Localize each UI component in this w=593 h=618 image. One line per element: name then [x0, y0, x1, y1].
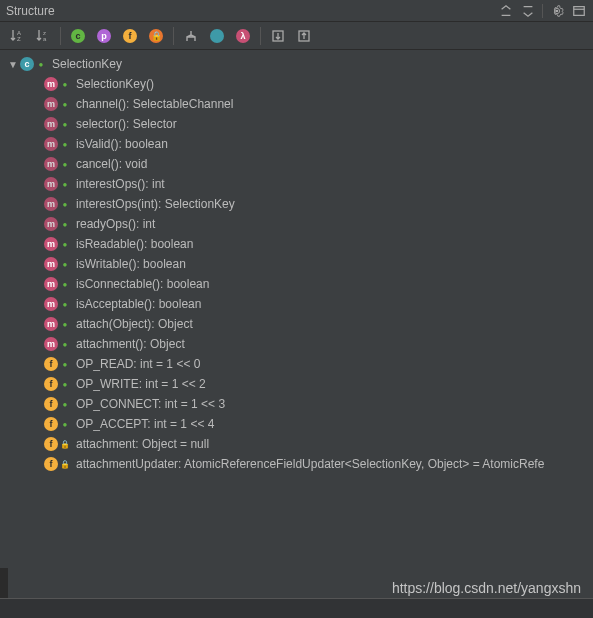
private-icon: 🔒: [60, 459, 70, 469]
public-icon: ●: [60, 139, 70, 149]
tree-row[interactable]: m●attachment(): Object: [0, 334, 593, 354]
structure-tree[interactable]: ▼ c ● SelectionKey m●SelectionKey()m●cha…: [0, 50, 593, 598]
structure-toolbar: AZ za c p f 🔒 λ: [0, 22, 593, 50]
public-icon: ●: [60, 319, 70, 329]
tree-root-row[interactable]: ▼ c ● SelectionKey: [0, 54, 593, 74]
public-icon: ●: [60, 79, 70, 89]
public-icon: ●: [60, 179, 70, 189]
member-label: attachmentUpdater: AtomicReferenceFieldU…: [76, 457, 544, 471]
show-inherited-button[interactable]: [180, 25, 202, 47]
hide-icon[interactable]: [571, 3, 587, 19]
member-icon-stack: m●: [44, 117, 72, 131]
show-fields-button[interactable]: f: [119, 25, 141, 47]
show-nonpublic-button[interactable]: 🔒: [145, 25, 167, 47]
show-class-button[interactable]: c: [67, 25, 89, 47]
panel-title: Structure: [6, 4, 55, 18]
tree-row[interactable]: m●selector(): Selector: [0, 114, 593, 134]
tree-row[interactable]: f🔒attachment: Object = null: [0, 434, 593, 454]
tree-row[interactable]: m●isReadable(): boolean: [0, 234, 593, 254]
member-label: OP_WRITE: int = 1 << 2: [76, 377, 206, 391]
tree-row[interactable]: m●attach(Object): Object: [0, 314, 593, 334]
tree-row[interactable]: m●isWritable(): boolean: [0, 254, 593, 274]
tree-row[interactable]: f🔒attachmentUpdater: AtomicReferenceFiel…: [0, 454, 593, 474]
method-icon: m: [44, 197, 58, 211]
public-icon: ●: [60, 379, 70, 389]
method-icon: m: [44, 137, 58, 151]
member-icon-stack: m●: [44, 217, 72, 231]
member-icon-stack: f🔒: [44, 437, 72, 451]
public-icon: ●: [60, 199, 70, 209]
method-icon: m: [44, 97, 58, 111]
properties-icon: p: [97, 29, 111, 43]
expand-arrow-icon[interactable]: ▼: [8, 59, 18, 70]
method-icon: m: [44, 237, 58, 251]
member-label: isConnectable(): boolean: [76, 277, 209, 291]
svg-text:a: a: [43, 36, 47, 42]
tree-row[interactable]: m●interestOps(): int: [0, 174, 593, 194]
collapse-all-icon[interactable]: [520, 3, 536, 19]
tree-row[interactable]: m●channel(): SelectableChannel: [0, 94, 593, 114]
tree-row[interactable]: m●isValid(): boolean: [0, 134, 593, 154]
member-icon-stack: f🔒: [44, 457, 72, 471]
tree-row[interactable]: f●OP_ACCEPT: int = 1 << 4: [0, 414, 593, 434]
root-label: SelectionKey: [52, 57, 122, 71]
field-icon: f: [44, 377, 58, 391]
sort-alpha-button[interactable]: AZ: [6, 25, 28, 47]
method-icon: m: [44, 117, 58, 131]
method-icon: m: [44, 317, 58, 331]
member-label: cancel(): void: [76, 157, 147, 171]
member-icon-stack: m●: [44, 177, 72, 191]
member-icon-stack: f●: [44, 377, 72, 391]
side-handle[interactable]: [0, 568, 8, 600]
tree-row[interactable]: f●OP_READ: int = 1 << 0: [0, 354, 593, 374]
member-label: SelectionKey(): [76, 77, 154, 91]
member-label: OP_READ: int = 1 << 0: [76, 357, 200, 371]
member-icon-stack: m●: [44, 297, 72, 311]
member-icon-stack: m●: [44, 97, 72, 111]
member-label: isValid(): boolean: [76, 137, 168, 151]
method-icon: m: [44, 277, 58, 291]
sort-visibility-button[interactable]: za: [32, 25, 54, 47]
public-icon: ●: [60, 279, 70, 289]
tree-row[interactable]: m●readyOps(): int: [0, 214, 593, 234]
anon-icon: [210, 29, 224, 43]
field-icon: f: [44, 437, 58, 451]
method-icon: m: [44, 177, 58, 191]
member-label: attach(Object): Object: [76, 317, 193, 331]
show-properties-button[interactable]: p: [93, 25, 115, 47]
tree-row[interactable]: m●isConnectable(): boolean: [0, 274, 593, 294]
status-bar: [0, 598, 593, 618]
tree-row[interactable]: m●interestOps(int): SelectionKey: [0, 194, 593, 214]
autoscroll-to-source-button[interactable]: [267, 25, 289, 47]
member-label: interestOps(): int: [76, 177, 165, 191]
field-icon: f: [44, 397, 58, 411]
svg-point-0: [556, 9, 559, 12]
member-icon-stack: f●: [44, 357, 72, 371]
header-actions: [498, 3, 587, 19]
member-label: channel(): SelectableChannel: [76, 97, 233, 111]
method-icon: m: [44, 297, 58, 311]
method-icon: m: [44, 257, 58, 271]
public-icon: ●: [60, 299, 70, 309]
autoscroll-from-source-button[interactable]: [293, 25, 315, 47]
class-icon: c: [20, 57, 34, 71]
expand-all-icon[interactable]: [498, 3, 514, 19]
field-icon: f: [44, 457, 58, 471]
tree-row[interactable]: f●OP_WRITE: int = 1 << 2: [0, 374, 593, 394]
public-icon: ●: [60, 259, 70, 269]
member-label: isAcceptable(): boolean: [76, 297, 201, 311]
gear-icon[interactable]: [549, 3, 565, 19]
member-label: interestOps(int): SelectionKey: [76, 197, 235, 211]
show-anonymous-button[interactable]: [206, 25, 228, 47]
tree-row[interactable]: f●OP_CONNECT: int = 1 << 3: [0, 394, 593, 414]
tree-row[interactable]: m●SelectionKey(): [0, 74, 593, 94]
field-icon: f: [44, 357, 58, 371]
tree-row[interactable]: m●cancel(): void: [0, 154, 593, 174]
private-icon: 🔒: [60, 439, 70, 449]
show-lambda-button[interactable]: λ: [232, 25, 254, 47]
tree-row[interactable]: m●isAcceptable(): boolean: [0, 294, 593, 314]
member-label: isWritable(): boolean: [76, 257, 186, 271]
lock-icon: 🔒: [149, 29, 163, 43]
public-icon: ●: [60, 239, 70, 249]
public-icon: ●: [60, 359, 70, 369]
